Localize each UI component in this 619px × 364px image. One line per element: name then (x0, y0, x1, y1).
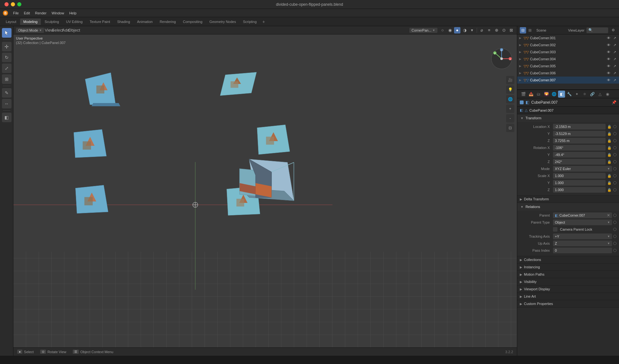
scale-z-lock-icon[interactable]: 🔒 (607, 187, 612, 192)
add-workspace-button[interactable]: + (260, 19, 267, 24)
scale-x-keyframe-dot[interactable] (613, 174, 616, 177)
outliner-item[interactable]: ▶ ▽ ▽ CubeCorner.001 👁 ↗ (517, 34, 619, 41)
tab-rendering[interactable]: Rendering (156, 19, 179, 25)
camera-parent-lock-checkbox[interactable] (553, 227, 557, 232)
viewport-display-header[interactable]: ▶ Viewport Display (517, 286, 619, 293)
parent-clear-button[interactable]: ✕ (607, 213, 610, 218)
line-art-header[interactable]: ▶ Line Art (517, 293, 619, 300)
shading-rendered-icon[interactable]: ◑ (461, 27, 468, 33)
scale-y-field[interactable]: 1.000 (553, 180, 606, 186)
outliner-item[interactable]: ▶ ▽ ▽ CubeCorner.002 👁 ↗ (517, 41, 619, 48)
tab-scripting[interactable]: Scripting (240, 19, 260, 25)
object-mode-dropdown[interactable]: Object Mode ▼ (16, 28, 44, 33)
rotation-x-lock-icon[interactable]: 🔒 (607, 145, 612, 150)
tab-compositing[interactable]: Compositing (180, 19, 205, 25)
gizmo-toggle-icon[interactable]: ⌀ (479, 27, 485, 33)
visibility-icon[interactable]: 👁 (606, 64, 611, 68)
tab-uv-editing[interactable]: UV Editing (63, 19, 86, 25)
location-z-keyframe-dot[interactable] (613, 139, 616, 142)
scale-y-lock-icon[interactable]: 🔒 (607, 180, 612, 185)
object-name[interactable]: CubePanel.007 (531, 100, 558, 105)
overlays-toggle-icon[interactable]: ≡ (486, 27, 492, 33)
zoom-out-icon[interactable]: - (506, 114, 514, 123)
pass-index-field[interactable]: 0 (553, 248, 612, 253)
location-x-field[interactable]: -2.1563 m (553, 124, 606, 130)
props-tab-object[interactable]: ◧ (558, 91, 565, 98)
selectability-icon[interactable]: ↗ (612, 71, 617, 75)
scale-x-field[interactable]: 1.000 (553, 173, 606, 179)
shading-wireframe-icon[interactable]: ○ (439, 27, 446, 33)
props-tab-constraint[interactable]: 🔗 (589, 91, 596, 98)
scale-z-keyframe-dot[interactable] (613, 188, 616, 191)
parent-type-dot[interactable] (613, 221, 616, 224)
visibility-icon[interactable]: 👁 (606, 71, 611, 75)
transform-section-header[interactable]: ▼ Transform (517, 114, 619, 122)
visibility-icon[interactable]: 👁 (606, 50, 611, 54)
location-y-lock-icon[interactable]: 🔒 (607, 131, 612, 136)
minimize-button[interactable] (11, 2, 15, 6)
move-tool-button[interactable]: ✛ (2, 42, 11, 51)
annotate-tool-button[interactable]: ✎ (2, 88, 11, 98)
tab-layout[interactable]: Layout (3, 19, 19, 25)
visibility-icon[interactable]: 👁 (606, 43, 611, 47)
rotation-mode-dot[interactable] (613, 167, 616, 170)
menu-window[interactable]: Window (49, 10, 66, 16)
visibility-header[interactable]: ▶ Visibility (517, 278, 619, 285)
up-axis-dropdown[interactable]: Z ▼ (553, 241, 612, 246)
rotation-z-keyframe-dot[interactable] (613, 160, 616, 163)
rotation-x-field[interactable]: -106° (553, 145, 606, 151)
outliner-search-box[interactable]: 🔍 (586, 27, 608, 33)
shading-options-icon[interactable]: ▾ (469, 27, 475, 33)
viewport[interactable]: Object Mode ▼ View Select Add Object Cor… (13, 26, 517, 356)
location-y-field[interactable]: -3.5129 m (553, 131, 606, 137)
xray-toggle-icon[interactable]: ⊕ (493, 27, 500, 33)
object-data-name[interactable]: CubePanel.007 (529, 108, 554, 112)
relations-section-header[interactable]: ▼ Relations (517, 203, 619, 211)
delta-transform-header[interactable]: ▶ Delta Transform (517, 196, 619, 203)
zoom-in-icon[interactable]: + (506, 105, 514, 113)
location-z-lock-icon[interactable]: 🔒 (607, 138, 612, 143)
selectability-icon[interactable]: ↗ (612, 78, 617, 82)
parent-type-dropdown[interactable]: Object ▼ (553, 219, 612, 225)
collections-header[interactable]: ▶ Collections (517, 256, 619, 263)
selectability-icon[interactable]: ↗ (612, 43, 617, 47)
outliner-item-selected[interactable]: ▶ ▽ ▽ CubeCorner.007 👁 ↗ (517, 77, 619, 84)
instancing-header[interactable]: ▶ Instancing (517, 264, 619, 271)
properties-scroll-area[interactable]: ▼ Transform Location X -2.1563 m 🔒 Y -3.… (517, 114, 619, 356)
snap-icon[interactable]: ⊠ (508, 27, 514, 33)
rotation-x-keyframe-dot[interactable] (613, 146, 616, 149)
tab-texture-paint[interactable]: Texture Paint (86, 19, 113, 25)
visibility-icon[interactable]: 👁 (606, 78, 611, 82)
maximize-button[interactable] (17, 2, 21, 6)
props-tab-data[interactable]: △ (596, 91, 603, 98)
zoom-scene-icon[interactable]: 🌐 (506, 95, 514, 103)
select-header-menu[interactable]: Select (54, 27, 61, 33)
navigation-gizmo[interactable]: X Y Z (489, 46, 514, 71)
props-tab-physics[interactable]: ⚛ (581, 91, 588, 98)
viewport-shading-dropdown[interactable]: CornerPan... ▼ (409, 28, 437, 33)
zoom-light-icon[interactable]: 💡 (506, 85, 514, 94)
props-tab-particles[interactable]: ✦ (573, 91, 580, 98)
rotation-z-field[interactable]: 242° (553, 159, 606, 165)
shading-material-icon[interactable]: ● (454, 27, 460, 33)
scale-tool-button[interactable]: ⤢ (2, 63, 11, 73)
rotation-z-lock-icon[interactable]: 🔒 (607, 159, 612, 164)
outliner-scene-icon[interactable]: ⊟ (520, 27, 526, 33)
props-tab-material[interactable]: ◉ (604, 91, 611, 98)
tab-geometry-nodes[interactable]: Geometry Nodes (206, 19, 239, 25)
blender-logo-icon[interactable]: B (3, 10, 8, 16)
outliner-item[interactable]: ▶ ▽ ▽ CubeCorner.004 👁 ↗ (517, 56, 619, 63)
selectability-icon[interactable]: ↗ (612, 57, 617, 61)
rotate-tool-button[interactable]: ↻ (2, 53, 11, 62)
menu-render[interactable]: Render (33, 10, 49, 16)
menu-edit[interactable]: Edit (22, 10, 32, 16)
zoom-camera-icon[interactable]: 🎥 (506, 76, 514, 84)
zoom-fit-icon[interactable]: ⊡ (506, 124, 514, 132)
tab-animation[interactable]: Animation (134, 19, 156, 25)
proportional-edit-icon[interactable]: ⊙ (501, 27, 507, 33)
tracking-axis-dot[interactable] (613, 235, 616, 238)
scale-x-lock-icon[interactable]: 🔒 (607, 173, 612, 178)
selectability-icon[interactable]: ↗ (612, 36, 617, 40)
location-z-field[interactable]: 3.7255 m (553, 138, 606, 144)
visibility-icon[interactable]: 👁 (606, 57, 611, 61)
